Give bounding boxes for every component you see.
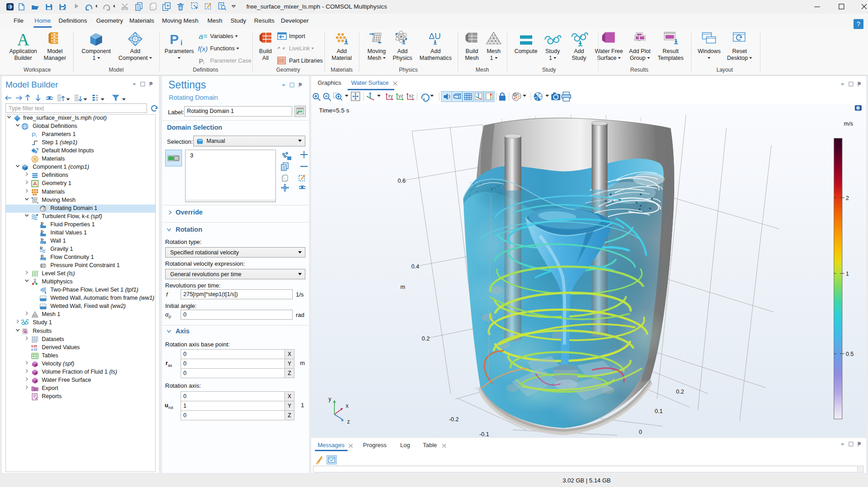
svg-text:0.2: 0.2 (422, 336, 430, 342)
svg-text:-0.2: -0.2 (449, 416, 459, 423)
svg-text:1: 1 (846, 271, 849, 277)
svg-text:yz: yz (398, 93, 403, 98)
svg-text:P: P (170, 32, 179, 47)
svg-text:A: A (17, 30, 29, 49)
svg-text:0: 0 (639, 429, 642, 435)
svg-text:0.4: 0.4 (412, 263, 419, 270)
svg-text:i: i (203, 60, 204, 65)
svg-text:ΔU: ΔU (429, 31, 441, 41)
svg-text:0.5: 0.5 (846, 351, 853, 357)
svg-text:f(x): f(x) (198, 45, 208, 53)
svg-text:x: x (346, 403, 348, 409)
svg-text:a: a (199, 32, 203, 41)
svg-text:P: P (199, 57, 203, 65)
svg-text:i: i (181, 39, 182, 47)
svg-text:0.1: 0.1 (655, 408, 662, 414)
svg-text:m: m (401, 284, 405, 290)
svg-text:-0.1: -0.1 (479, 431, 489, 437)
svg-text:y: y (329, 396, 331, 402)
svg-text:0.2: 0.2 (676, 389, 684, 395)
svg-text:Time=5.5 s: Time=5.5 s (319, 107, 349, 114)
svg-text:=: = (203, 32, 207, 40)
svg-text:z: z (347, 419, 350, 425)
svg-text:2: 2 (846, 195, 849, 201)
svg-text:xz: xz (409, 93, 414, 98)
svg-text:xy: xy (388, 93, 393, 98)
svg-text:0.6: 0.6 (398, 178, 406, 184)
svg-text:m/s: m/s (844, 121, 853, 127)
